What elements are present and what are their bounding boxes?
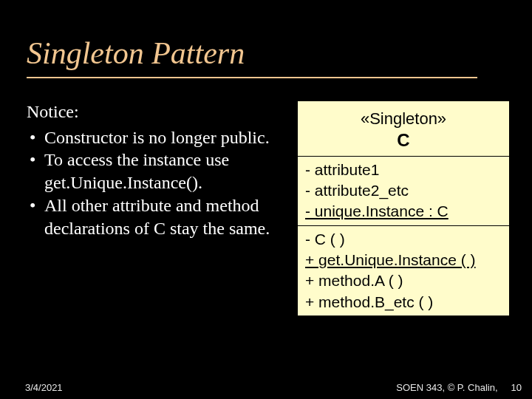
list-item: To access the instance use get.Unique.In… — [27, 149, 285, 194]
footer-page: 10 — [511, 382, 522, 393]
uml-stereotype: «Singleton» — [305, 109, 502, 129]
footer-right: SOEN 343, © P. Chalin, 10 — [396, 382, 522, 393]
uml-header: «Singleton» C — [298, 101, 509, 157]
bullet-list: Constructor is no longer public. To acce… — [27, 126, 285, 240]
slide: Singleton Pattern Notice: Constructor is… — [0, 0, 532, 399]
uml-class-box: «Singleton» C - attribute1 - attribute2_… — [297, 100, 510, 316]
footer-course: SOEN 343, © P. Chalin, — [396, 382, 497, 393]
footer-date: 3/4/2021 — [25, 382, 63, 393]
uml-operation: + method.B_etc ( ) — [305, 292, 502, 313]
slide-footer: 3/4/2021 SOEN 343, © P. Chalin, 10 — [0, 382, 532, 393]
uml-attribute: - attribute1 — [305, 160, 502, 180]
uml-operations: - C ( ) + get.Unique.Instance ( ) + meth… — [298, 226, 509, 316]
slide-body: Notice: Constructor is no longer public.… — [0, 78, 532, 316]
uml-attribute: - attribute2_etc — [305, 180, 502, 201]
list-item: All other attribute and method declarati… — [27, 194, 285, 239]
uml-operation: - C ( ) — [305, 229, 502, 250]
uml-operation: + method.A ( ) — [305, 270, 502, 291]
uml-classname: C — [305, 129, 502, 151]
title-block: Singleton Pattern — [0, 0, 532, 71]
slide-title: Singleton Pattern — [27, 35, 532, 71]
uml-operation-static: + get.Unique.Instance ( ) — [305, 250, 502, 270]
uml-attribute-static: - unique.Instance : C — [305, 201, 502, 222]
uml-attributes: - attribute1 - attribute2_etc - unique.I… — [298, 157, 509, 226]
notice-label: Notice: — [27, 100, 285, 123]
list-item: Constructor is no longer public. — [27, 126, 285, 149]
body-text: Notice: Constructor is no longer public.… — [27, 100, 285, 316]
